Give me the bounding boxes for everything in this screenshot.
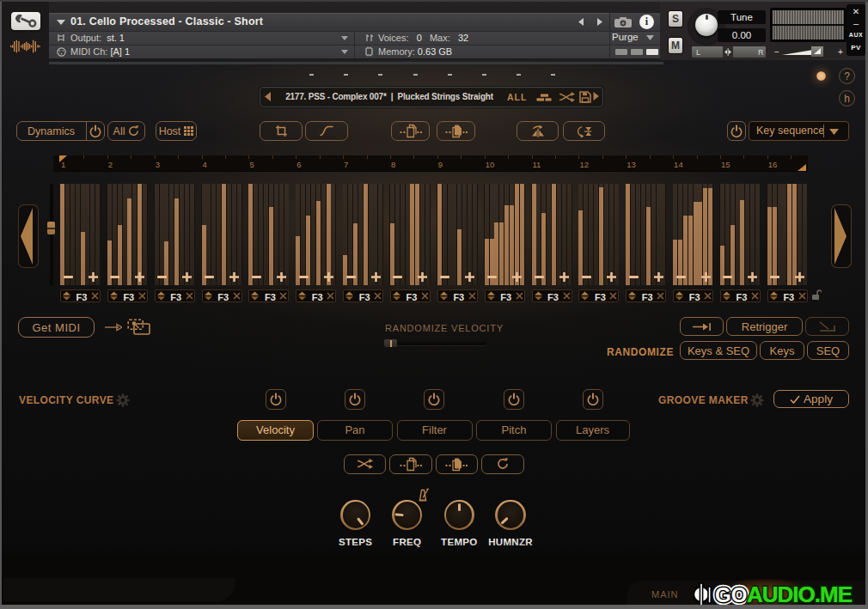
svg-text:GO: GO (715, 583, 747, 606)
svg-text:AUDIO.ME: AUDIO.ME (747, 582, 853, 607)
